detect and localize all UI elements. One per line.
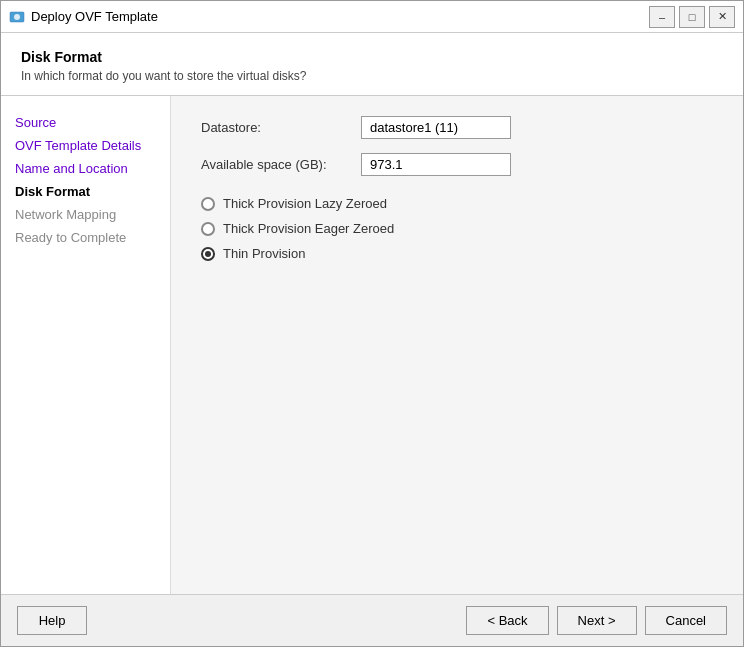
maximize-button[interactable]: □ [679,6,705,28]
header-section: Disk Format In which format do you want … [1,33,743,96]
sidebar-item-network-mapping: Network Mapping [11,204,160,225]
svg-point-1 [14,14,20,20]
sidebar: Source OVF Template Details Name and Loc… [1,96,171,594]
footer-right: < Back Next > Cancel [466,606,727,635]
radio-thick-lazy-label: Thick Provision Lazy Zeroed [223,196,387,211]
back-button[interactable]: < Back [466,606,548,635]
main-body: Source OVF Template Details Name and Loc… [1,96,743,594]
sidebar-item-name-and-location[interactable]: Name and Location [11,158,160,179]
title-bar-controls: – □ ✕ [649,6,735,28]
cancel-button[interactable]: Cancel [645,606,727,635]
sidebar-item-disk-format: Disk Format [11,181,160,202]
sidebar-item-ovf-template-details[interactable]: OVF Template Details [11,135,160,156]
sidebar-item-source[interactable]: Source [11,112,160,133]
footer-left: Help [17,606,87,635]
radio-thick-eager[interactable]: Thick Provision Eager Zeroed [201,221,713,236]
datastore-label: Datastore: [201,120,361,135]
available-space-value: 973.1 [361,153,511,176]
close-button[interactable]: ✕ [709,6,735,28]
help-button[interactable]: Help [17,606,87,635]
footer: Help < Back Next > Cancel [1,594,743,646]
window-icon [9,9,25,25]
available-space-row: Available space (GB): 973.1 [201,153,713,176]
radio-thick-lazy-btn[interactable] [201,197,215,211]
sidebar-item-ready-to-complete: Ready to Complete [11,227,160,248]
radio-thin-btn[interactable] [201,247,215,261]
content-area: Disk Format In which format do you want … [1,33,743,594]
datastore-value: datastore1 (11) [361,116,511,139]
available-space-label: Available space (GB): [201,157,361,172]
radio-thin[interactable]: Thin Provision [201,246,713,261]
disk-format-radio-group: Thick Provision Lazy Zeroed Thick Provis… [201,196,713,261]
radio-thin-label: Thin Provision [223,246,305,261]
title-bar: Deploy OVF Template – □ ✕ [1,1,743,33]
page-title: Disk Format [21,49,723,65]
radio-thick-lazy[interactable]: Thick Provision Lazy Zeroed [201,196,713,211]
window-title: Deploy OVF Template [31,9,649,24]
radio-thick-eager-label: Thick Provision Eager Zeroed [223,221,394,236]
right-panel: Datastore: datastore1 (11) Available spa… [171,96,743,594]
radio-thick-eager-btn[interactable] [201,222,215,236]
next-button[interactable]: Next > [557,606,637,635]
page-subtitle: In which format do you want to store the… [21,69,723,83]
minimize-button[interactable]: – [649,6,675,28]
datastore-row: Datastore: datastore1 (11) [201,116,713,139]
main-window: Deploy OVF Template – □ ✕ Disk Format In… [0,0,744,647]
